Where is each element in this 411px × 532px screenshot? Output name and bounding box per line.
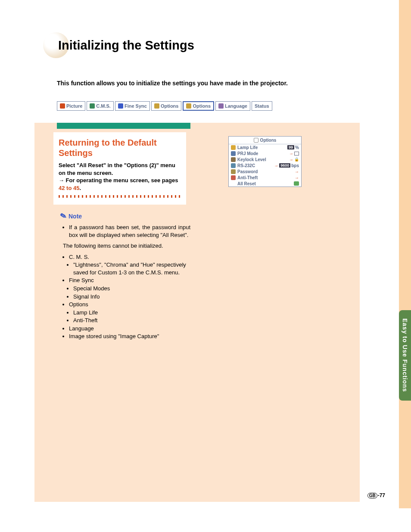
note-pencil-icon: ✎	[59, 211, 68, 222]
options-row-icon	[231, 151, 236, 156]
menu-tab-bar: PictureC.M.S.Fine SyncOptionsOptionsLang…	[57, 101, 272, 111]
options-row: Lamp Life99%	[229, 144, 301, 150]
options-row: Password→	[229, 168, 301, 174]
region-badge: GB	[367, 493, 377, 498]
left-column: Returning to the Default Settings Select…	[57, 123, 190, 341]
options-row: All Reset	[229, 180, 301, 187]
options-row: Keylock Level→🔒	[229, 156, 301, 162]
list-item: Options Lamp Life Anti-Theft	[69, 301, 190, 324]
options-row-label: All Reset	[237, 181, 292, 186]
options-row-icon	[231, 145, 236, 150]
menu-tab-finesync[interactable]: Fine Sync	[115, 101, 150, 111]
instruction-line-2-prefix: → For operating the menu screen, see pag…	[59, 177, 178, 184]
cannot-init-list: C. M. S. "Lightness", "Chroma" and "Hue"…	[69, 253, 190, 340]
arrow-icon: →	[289, 157, 293, 162]
tab-label: Options	[193, 103, 211, 109]
options-header-icon	[254, 138, 258, 143]
arrow-icon: →	[289, 151, 293, 156]
menu-tab-picture[interactable]: Picture	[57, 101, 85, 111]
list-item: Lamp Life	[73, 309, 190, 317]
list-item: "Lightness", "Chroma" and "Hue" respecti…	[73, 261, 190, 276]
options-row-value: →	[295, 175, 299, 180]
menu-tab-options[interactable]: Options	[183, 101, 214, 111]
menu-tab-options[interactable]: Options	[151, 101, 182, 111]
options-menu-header: Options	[229, 137, 301, 144]
options-row-label: PRJ Mode	[237, 151, 287, 156]
options-row-label: Anti-Theft	[237, 175, 293, 180]
options-row-value: →	[295, 169, 299, 174]
arrow-icon: →	[295, 169, 299, 174]
note-body: If a password has been set, the password…	[63, 224, 190, 340]
menu-tab-cms[interactable]: C.M.S.	[87, 101, 114, 111]
cannot-init-intro: The following items cannot be initialize…	[63, 242, 190, 250]
reset-icon	[294, 181, 299, 186]
options-row-icon	[231, 157, 236, 162]
section-divider-bar	[57, 123, 190, 129]
tab-label: Language	[225, 103, 247, 109]
list-item: Fine Sync Special Modes Signal Info	[69, 277, 190, 300]
section-side-tab: Easy to Use Functions	[399, 310, 411, 401]
tab-icon	[90, 103, 95, 109]
value-suffix: bps	[291, 163, 299, 168]
options-row-label: Password	[237, 169, 293, 174]
value-suffix: %	[295, 145, 299, 150]
tab-icon	[60, 103, 65, 109]
arrow-icon: →	[274, 163, 278, 168]
projector-icon	[294, 152, 299, 156]
options-row-icon	[231, 175, 236, 180]
instruction-box: Returning to the Default Settings Select…	[53, 132, 186, 205]
options-row: RS-232C→9600bps	[229, 162, 301, 168]
options-row-value: →	[289, 151, 299, 156]
list-item: Special Modes	[73, 285, 190, 292]
options-row-label: Lamp Life	[237, 145, 286, 150]
list-item: Signal Info	[73, 293, 190, 301]
options-row: Anti-Theft→	[229, 174, 301, 180]
options-row-value: →🔒	[289, 157, 299, 162]
note-heading: ✎ Note	[60, 212, 190, 221]
options-row-value: 99%	[287, 145, 299, 150]
right-margin-bar	[399, 0, 411, 508]
list-item: Language	[69, 325, 190, 333]
instruction-text: Select "All Reset" in the "Options (2)" …	[59, 162, 181, 192]
list-item: Image stored using "Image Capture"	[69, 333, 190, 340]
tab-icon	[218, 103, 224, 109]
options-row-label: RS-232C	[237, 163, 272, 168]
tab-icon	[118, 103, 123, 109]
page-title: Initializing the Settings	[58, 38, 194, 53]
tab-icon	[154, 103, 159, 109]
arrow-icon: →	[295, 175, 299, 180]
tab-label: Status	[255, 103, 269, 109]
note-label: Note	[68, 213, 82, 220]
tab-label: Options	[161, 103, 179, 109]
tab-icon	[186, 103, 191, 109]
options-row-value	[294, 181, 299, 186]
options-row-label: Keylock Level	[237, 157, 287, 162]
menu-tab-language[interactable]: Language	[215, 101, 250, 111]
intro-text: This function allows you to initialize t…	[57, 80, 288, 87]
value-badge: 9600	[279, 163, 290, 168]
dotted-divider	[59, 195, 181, 198]
instruction-suffix: .	[79, 185, 81, 191]
section-heading: Returning to the Default Settings	[59, 137, 181, 158]
list-item: Anti-Theft	[73, 317, 190, 324]
options-row-icon	[231, 163, 236, 168]
tab-label: C.M.S.	[96, 103, 111, 109]
note-bullet: If a password has been set, the password…	[69, 224, 190, 239]
page-title-wrap: Initializing the Settings	[43, 32, 194, 58]
page-number: -77	[378, 492, 385, 498]
side-tab-label: Easy to Use Functions	[402, 318, 408, 392]
value-badge: 99	[287, 145, 294, 149]
tab-label: Fine Sync	[125, 103, 147, 109]
page-footer: GB-77	[367, 492, 385, 498]
lock-icon: 🔒	[294, 157, 299, 162]
list-item: C. M. S. "Lightness", "Chroma" and "Hue"…	[69, 253, 190, 277]
page-reference-link[interactable]: 42 to 45	[59, 185, 79, 191]
options-row: PRJ Mode→	[229, 150, 301, 156]
menu-tab-status[interactable]: Status	[252, 101, 272, 111]
options-row-icon	[231, 181, 236, 186]
options-row-icon	[231, 169, 236, 174]
tab-label: Picture	[66, 103, 82, 109]
options-menu-screenshot: Options Lamp Life99%PRJ Mode→Keylock Lev…	[228, 136, 302, 187]
options-row-value: →9600bps	[274, 163, 299, 168]
instruction-line-1: Select "All Reset" in the "Options (2)" …	[59, 162, 175, 176]
